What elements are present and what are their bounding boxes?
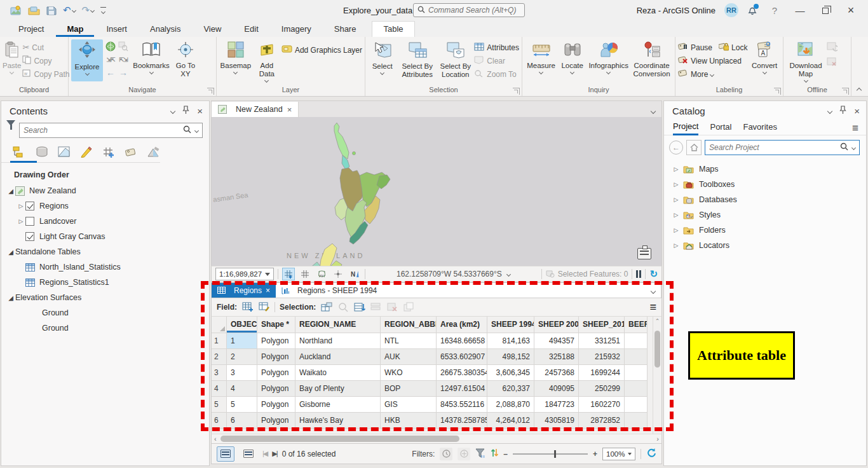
table-cell[interactable]: 12497.61504	[437, 381, 487, 397]
remove-download-icon[interactable]	[827, 57, 837, 69]
column-header-sheep-1994[interactable]: SHEEP 1994	[487, 317, 534, 333]
table-cell[interactable]: Bay of Plenty	[295, 381, 381, 397]
expander-closed-icon[interactable]: ▷	[17, 203, 25, 209]
ribbon-tab-analysis[interactable]: Analysis	[139, 22, 191, 37]
map-canvas[interactable]: NEW ZEALAND asman S	[211, 117, 662, 266]
scroll-down-icon[interactable]: ⌄	[653, 425, 661, 434]
close-map-view-icon[interactable]: ×	[287, 105, 292, 114]
select-button[interactable]: Select	[368, 39, 397, 81]
table-cell[interactable]: 5	[227, 397, 257, 413]
filter-selection-icon[interactable]	[475, 448, 485, 460]
scroll-left-icon[interactable]: ‹	[214, 435, 217, 443]
column-header-area-km2-[interactable]: Area (km2)	[437, 317, 487, 333]
save-project-icon[interactable]	[46, 6, 57, 15]
catalog-tree-item-toolboxes[interactable]: ▷Toolboxes	[664, 177, 866, 192]
table-cell[interactable]: 325188	[534, 349, 579, 365]
select-by-location-button[interactable]: Select By Location	[438, 39, 473, 81]
go-to-xy-button[interactable]: Go To XY	[173, 39, 198, 81]
table-cell[interactable]: Polygon	[257, 333, 295, 349]
list-by-editing-icon[interactable]	[79, 146, 93, 158]
more-labeling-button[interactable]: More	[678, 67, 747, 81]
delete-selection-icon[interactable]	[386, 301, 398, 313]
table-view-button[interactable]	[217, 446, 234, 462]
ribbon-tab-view[interactable]: View	[193, 22, 232, 37]
column-header-beef-c[interactable]: BEEF_C	[625, 317, 648, 333]
contents-tree-item[interactable]: ◢New Zealand	[1, 183, 209, 198]
contents-search-input[interactable]	[24, 126, 179, 135]
ribbon-tab-share[interactable]: Share	[323, 22, 367, 37]
collapse-ribbon-button[interactable]	[851, 37, 867, 96]
list-by-labeling-icon[interactable]	[124, 146, 138, 158]
table-cell[interactable]: 2872852	[579, 413, 625, 429]
table-zoom-select[interactable]: 100%	[602, 448, 635, 460]
scroll-right-icon[interactable]: ›	[656, 435, 659, 443]
catalog-menu-chevron-icon[interactable]	[828, 106, 832, 115]
table-row[interactable]: 33PolygonWaikatoWKO26675.3803543,606,345…	[212, 365, 648, 381]
customize-qat-button[interactable]	[100, 7, 106, 14]
notifications-bell-icon[interactable]	[747, 5, 757, 15]
contents-tree-item[interactable]: North_Island_Statistics	[1, 259, 209, 275]
expander-closed-icon[interactable]: ▷	[672, 181, 681, 188]
expander-open-icon[interactable]: ◢	[6, 249, 15, 256]
contents-tree-item[interactable]: ◢Standalone Tables	[1, 244, 209, 259]
command-search-input[interactable]	[428, 6, 520, 15]
view-tabs-chevron-icon[interactable]	[651, 109, 656, 114]
map-scale-select[interactable]: 1:16,989,827	[215, 268, 274, 280]
map-overview-icon[interactable]	[637, 248, 651, 259]
close-button[interactable]: ×	[843, 4, 859, 17]
table-cell[interactable]: 16348.66658	[437, 333, 487, 349]
expander-closed-icon[interactable]: ▷	[672, 242, 681, 249]
table-cell[interactable]: 4,264,012	[487, 413, 534, 429]
copy-button[interactable]: Copy	[22, 54, 69, 67]
table-cell[interactable]	[625, 397, 648, 413]
table-row[interactable]: 11PolygonNorthlandNTL16348.66658814,1634…	[212, 333, 648, 349]
convert-labels-button[interactable]: A Convert	[749, 39, 780, 81]
map-grid-icon[interactable]	[299, 268, 311, 280]
undo-button[interactable]: ↶	[63, 4, 76, 16]
filter-icon[interactable]	[6, 126, 15, 135]
refresh-table-icon[interactable]	[646, 448, 656, 460]
table-cell[interactable]: HKB	[381, 413, 437, 429]
table-cell[interactable]: 620,337	[487, 381, 534, 397]
scroll-up-icon[interactable]: ⌃	[653, 317, 661, 326]
back-icon[interactable]: ←	[669, 141, 683, 155]
map-coordinates[interactable]: 162.1258709°W 54.5337669°S	[397, 270, 502, 279]
first-record-icon[interactable]: |◀	[262, 450, 267, 458]
ribbon-tab-imagery[interactable]: Imagery	[271, 22, 322, 37]
table-cell[interactable]	[625, 333, 648, 349]
column-header-sheep-2004[interactable]: SHEEP 2004	[534, 317, 579, 333]
layout-grid-add-icon[interactable]	[282, 268, 295, 280]
layer-checkbox[interactable]	[25, 202, 34, 210]
table-menu-icon[interactable]: ≡	[649, 301, 656, 314]
table-cell[interactable]: Hawke's Bay	[295, 413, 381, 429]
fixed-zoom-in-icon[interactable]: ⇲⇱	[106, 57, 114, 63]
table-cell[interactable]: 2,088,870	[487, 397, 534, 413]
table-row[interactable]: 44PolygonBay of PlentyBOP12497.61504620,…	[212, 381, 648, 397]
row-number-cell[interactable]: 2	[212, 349, 227, 365]
open-project-icon[interactable]	[28, 6, 40, 15]
table-cell[interactable]	[625, 413, 648, 429]
table-vertical-scrollbar[interactable]: ⌃ ⌄	[653, 317, 661, 434]
ribbon-tab-project[interactable]: Project	[8, 22, 55, 37]
table-cell[interactable]: GIS	[381, 397, 437, 413]
catalog-search-input[interactable]	[709, 143, 836, 152]
contents-tree-item[interactable]: Ground	[1, 320, 209, 336]
avatar[interactable]: RR	[724, 3, 738, 17]
table-cell[interactable]: Auckland	[295, 349, 381, 365]
expander-open-icon[interactable]: ◢	[6, 294, 15, 301]
command-search[interactable]	[413, 3, 525, 17]
zoom-to-selection-button[interactable]: Zoom To	[474, 67, 519, 81]
expander-closed-icon[interactable]: ▷	[672, 227, 681, 233]
next-extent-icon[interactable]: →	[119, 67, 128, 78]
table-cell[interactable]: NTL	[381, 333, 437, 349]
calculate-field-icon[interactable]	[258, 301, 270, 313]
contents-close-icon[interactable]: ×	[197, 106, 203, 116]
measure-button[interactable]: Measure	[525, 39, 557, 81]
ribbon-tab-map[interactable]: Map	[56, 22, 94, 37]
ribbon-tab-table[interactable]: Table	[372, 21, 414, 37]
catalog-tab-project[interactable]: Project	[673, 121, 698, 135]
undo-chevron-icon[interactable]	[72, 8, 76, 13]
basemap-button[interactable]: Basemap	[219, 39, 252, 81]
contents-tree-item[interactable]: Light Gray Canvas	[1, 229, 209, 244]
table-cell[interactable]: Waikato	[295, 365, 381, 381]
